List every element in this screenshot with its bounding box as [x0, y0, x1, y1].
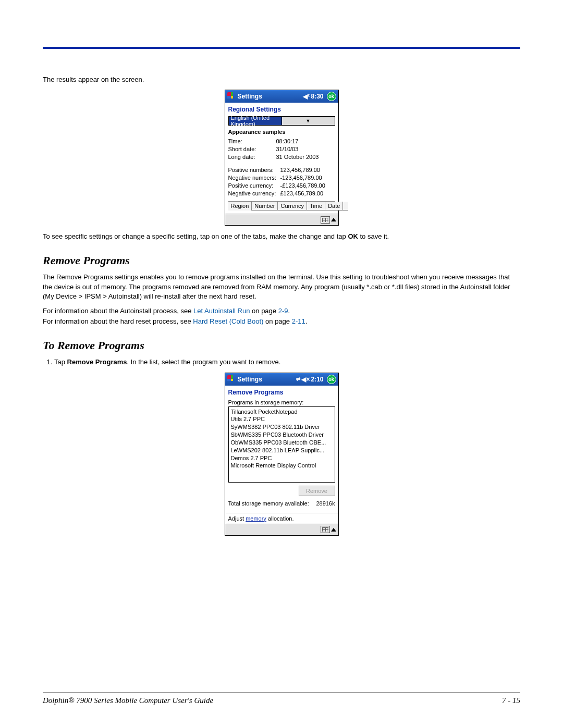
list-item[interactable]: ObWMS335 PPC03 Bluetooth OBE...: [231, 439, 333, 447]
steps-list: Tap Remove Programs. In the list, select…: [43, 357, 520, 367]
ok-button[interactable]: ok: [327, 375, 336, 384]
sample-row: Long date:31 October 2003: [228, 153, 335, 161]
sample-row: Time:08:30:17: [228, 137, 335, 145]
tab-time[interactable]: Time: [307, 202, 325, 211]
locale-value: English (United Kingdom): [229, 115, 282, 127]
locale-dropdown[interactable]: English (United Kingdom) ▼: [228, 116, 335, 126]
list-item[interactable]: Utils 2.7 PPC: [231, 415, 333, 423]
connectivity-icon[interactable]: ⇄: [296, 376, 300, 382]
para-tabs-hint: To see specific settings or change a spe…: [43, 232, 520, 241]
pda-heading: Regional Settings: [225, 103, 338, 115]
start-icon[interactable]: [227, 375, 236, 384]
pda-tabs: Region Number Currency Time Date: [228, 201, 335, 211]
para-remove-desc: The Remove Programs settings enables you…: [43, 273, 520, 301]
list-item[interactable]: Tillanosoft PocketNotepad: [231, 408, 333, 416]
pda-footer: [225, 214, 338, 225]
list-item[interactable]: SbWMS335 PPC03 Bluetooth Driver: [231, 431, 333, 439]
up-arrow-icon[interactable]: [331, 218, 336, 221]
link-page-29[interactable]: 2-9: [278, 307, 288, 315]
heading-to-remove: To Remove Programs: [43, 339, 520, 352]
ok-button[interactable]: ok: [327, 92, 336, 101]
programs-label: Programs in storage memory:: [228, 399, 335, 405]
pda-title-text: Settings: [238, 376, 262, 383]
pda-footer: [225, 524, 338, 535]
tab-number[interactable]: Number: [252, 202, 278, 211]
list-item[interactable]: Microsoft Remote Display Control: [231, 462, 333, 470]
pda-remove-programs: Settings ⇄ ◀× 2:10 ok Remove Programs Pr…: [225, 373, 339, 536]
sample-row: Positive currency:-£123,456,789.00: [228, 181, 335, 189]
pda-regional-settings: Settings ◀ᵋ 8:30 ok Regional Settings En…: [225, 90, 339, 226]
link-autoinstall[interactable]: Let Autoinstall Run: [193, 307, 250, 315]
heading-remove-programs: Remove Programs: [43, 254, 520, 267]
link-hard-reset[interactable]: Hard Reset (Cold Boot): [193, 317, 263, 325]
adjust-memory-row: Adjust memory allocation.: [225, 513, 338, 524]
remove-button[interactable]: Remove: [299, 486, 335, 496]
step-1: Tap Remove Programs. In the list, select…: [54, 357, 520, 367]
memory-available: Total storage memory available:28916k: [228, 499, 335, 510]
speaker-icon[interactable]: ◀ᵋ: [303, 93, 310, 100]
samples-heading: Appearance samples: [228, 129, 335, 135]
keyboard-icon[interactable]: [321, 526, 330, 533]
memory-link[interactable]: memory: [246, 515, 266, 522]
link-page-211[interactable]: 2-11: [292, 317, 305, 325]
keyboard-icon[interactable]: [321, 216, 330, 224]
footer-page: 7 - 15: [502, 696, 520, 705]
up-arrow-icon[interactable]: [331, 528, 336, 532]
top-rule: [43, 47, 520, 49]
para-hardreset-ref: For information about the hard reset pro…: [43, 317, 520, 326]
start-icon[interactable]: [227, 92, 236, 101]
speaker-icon[interactable]: ◀×: [301, 376, 310, 383]
pda-title-text: Settings: [238, 93, 262, 100]
para-autoinstall-ref: For information about the Autoinstall pr…: [43, 306, 520, 316]
sample-row: Positive numbers:123,456,789.00: [228, 166, 335, 174]
chevron-down-icon[interactable]: ▼: [282, 117, 335, 125]
list-item[interactable]: LeWMS202 802.11b LEAP Supplic...: [231, 447, 333, 454]
sample-row: Negative numbers:-123,456,789.00: [228, 174, 335, 181]
pda-titlebar: Settings ⇄ ◀× 2:10 ok: [225, 373, 338, 386]
intro-text: The results appear on the screen.: [43, 75, 520, 84]
tab-region[interactable]: Region: [228, 202, 252, 211]
footer-title: Dolphin® 7900 Series Mobile Computer Use…: [43, 696, 213, 705]
clock-text: 8:30: [311, 93, 323, 100]
page-footer: Dolphin® 7900 Series Mobile Computer Use…: [43, 693, 520, 705]
clock-text: 2:10: [311, 376, 323, 383]
pda-titlebar: Settings ◀ᵋ 8:30 ok: [225, 90, 338, 103]
sample-row: Negative currency:£123,456,789.00: [228, 189, 335, 197]
tab-currency[interactable]: Currency: [278, 202, 307, 211]
sample-row: Short date:31/10/03: [228, 145, 335, 153]
pda-heading: Remove Programs: [225, 386, 338, 398]
list-item[interactable]: Demos 2.7 PPC: [231, 454, 333, 462]
list-item[interactable]: SyWMS382 PPC03 802.11b Driver: [231, 423, 333, 431]
programs-listbox[interactable]: Tillanosoft PocketNotepad Utils 2.7 PPC …: [228, 406, 335, 483]
tab-date[interactable]: Date: [325, 202, 343, 211]
